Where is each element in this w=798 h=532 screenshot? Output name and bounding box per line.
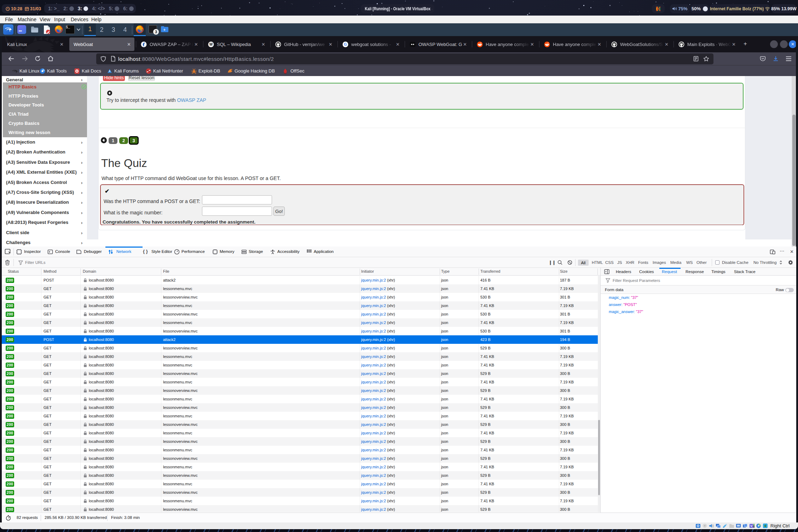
svg-text:W: W (209, 42, 213, 46)
svg-text:V: V (750, 524, 752, 528)
svg-text:G: G (344, 42, 347, 46)
